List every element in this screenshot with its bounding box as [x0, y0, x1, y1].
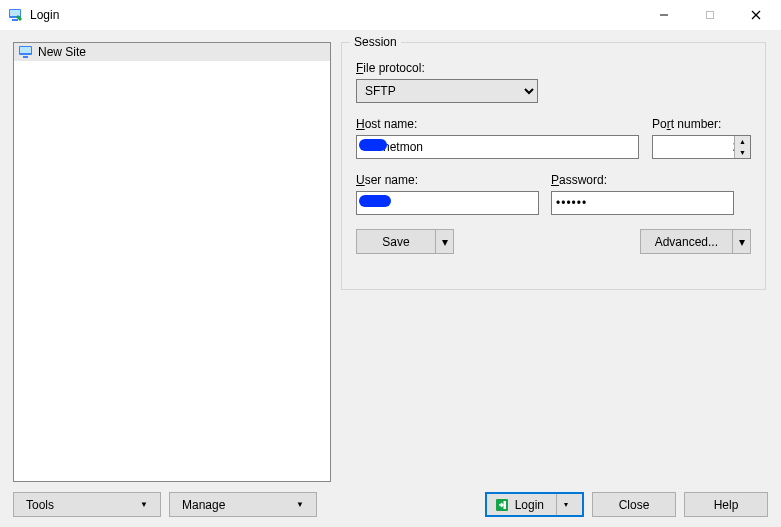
- close-button[interactable]: Close: [592, 492, 676, 517]
- redaction: [359, 195, 391, 207]
- port-label: Port number:: [652, 117, 751, 131]
- svg-rect-9: [23, 56, 28, 58]
- advanced-split-button[interactable]: Advanced... ▾: [640, 229, 751, 254]
- save-button[interactable]: Save: [356, 229, 436, 254]
- port-spinner[interactable]: ▲▼: [734, 136, 750, 158]
- app-icon: [8, 7, 24, 23]
- sites-panel: New Site: [13, 42, 331, 482]
- window-title: Login: [30, 8, 59, 22]
- svg-rect-8: [20, 47, 31, 53]
- spin-up-icon[interactable]: ▲: [734, 136, 750, 147]
- save-split-button[interactable]: Save ▾: [356, 229, 454, 254]
- password-label: Password:: [551, 173, 734, 187]
- svg-rect-4: [707, 12, 714, 19]
- sites-list[interactable]: New Site: [13, 42, 331, 482]
- site-item-label: New Site: [38, 45, 86, 59]
- host-label: Host name:: [356, 117, 640, 131]
- password-input[interactable]: [551, 191, 734, 215]
- redaction: [359, 139, 387, 151]
- svg-rect-1: [10, 10, 20, 16]
- minimize-button[interactable]: [641, 0, 687, 30]
- svg-rect-11: [503, 501, 506, 509]
- close-window-button[interactable]: [733, 0, 779, 30]
- host-input[interactable]: [356, 135, 639, 159]
- session-group: Session File protocol: SFTP Host name: P…: [341, 42, 766, 290]
- monitor-icon: [18, 45, 34, 59]
- maximize-button: [687, 0, 733, 30]
- chevron-down-icon: ▼: [296, 500, 304, 509]
- tools-button[interactable]: Tools▼: [13, 492, 161, 517]
- protocol-label: File protocol:: [356, 61, 751, 75]
- advanced-dropdown[interactable]: ▾: [733, 229, 751, 254]
- svg-rect-2: [12, 19, 18, 21]
- site-item-new[interactable]: New Site: [14, 43, 330, 61]
- save-dropdown[interactable]: ▾: [436, 229, 454, 254]
- advanced-button[interactable]: Advanced...: [640, 229, 733, 254]
- footer-bar: Tools▼ Manage▼ Login ▾ Close Help: [13, 492, 768, 517]
- title-bar: Login: [0, 0, 781, 30]
- user-label: User name:: [356, 173, 539, 187]
- login-icon: [495, 498, 509, 512]
- session-legend: Session: [350, 35, 401, 49]
- help-button[interactable]: Help: [684, 492, 768, 517]
- login-split-button[interactable]: Login ▾: [485, 492, 584, 517]
- protocol-select[interactable]: SFTP: [356, 79, 538, 103]
- login-button[interactable]: Login ▾: [485, 492, 584, 517]
- manage-button[interactable]: Manage▼: [169, 492, 317, 517]
- chevron-down-icon: ▼: [140, 500, 148, 509]
- login-dropdown[interactable]: ▾: [556, 494, 574, 515]
- spin-down-icon[interactable]: ▼: [734, 147, 750, 158]
